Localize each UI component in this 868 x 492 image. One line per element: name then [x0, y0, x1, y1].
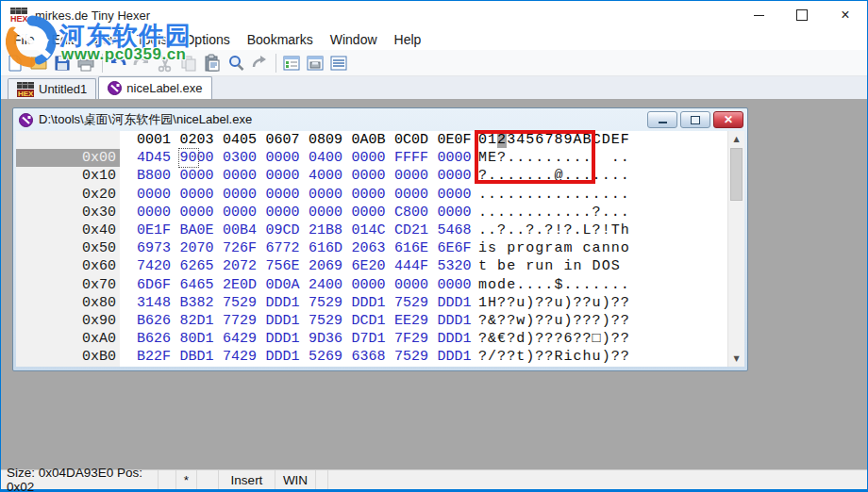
close-button[interactable]: ×	[824, 1, 867, 29]
row-ascii[interactable]: ?&??w)??u)???)??	[478, 312, 630, 330]
hex-cell[interactable]: 0000	[352, 149, 395, 167]
hex-cell[interactable]: 7529	[309, 312, 352, 330]
jump-to-offset-button[interactable]	[248, 52, 271, 74]
hex-cell[interactable]: DCD1	[352, 312, 395, 330]
hex-cell[interactable]: DDD1	[438, 348, 481, 366]
hex-cell[interactable]: 0000	[438, 204, 481, 221]
hex-cell[interactable]: 7529	[394, 294, 438, 312]
row-address[interactable]: 0x60	[16, 257, 120, 275]
editor-close-button[interactable]: ✕	[713, 111, 743, 128]
hex-cell[interactable]: 7420	[137, 257, 180, 275]
hex-cell[interactable]: 7F29	[394, 330, 438, 348]
redo-button[interactable]	[130, 52, 153, 74]
hex-cell[interactable]: CD21	[394, 221, 438, 239]
cut-button[interactable]	[154, 52, 176, 74]
row-ascii[interactable]: ?/??t)??Richu)??	[478, 348, 630, 366]
hex-cell[interactable]: 2070	[180, 239, 224, 257]
new-file-button[interactable]	[4, 52, 26, 74]
hex-cell[interactable]: DDD1	[438, 294, 481, 312]
caret-cell[interactable]: 90	[180, 150, 197, 166]
hex-cell[interactable]: 6973	[137, 239, 180, 257]
row-address[interactable]: 0xA0	[16, 330, 120, 348]
menu-edit[interactable]: Edit	[43, 29, 83, 50]
editor-restore-button[interactable]	[680, 111, 710, 128]
hex-cell[interactable]: 5269	[309, 348, 352, 366]
hex-cell[interactable]: 0000	[394, 276, 438, 294]
hex-cell[interactable]: 7529	[223, 294, 266, 312]
undo-button[interactable]	[107, 52, 129, 74]
hex-cell[interactable]: 0000	[266, 167, 309, 185]
row-ascii[interactable]: 1H??u)??u)??u)??	[478, 294, 630, 312]
row-address[interactable]: 0xB0	[16, 348, 120, 366]
hex-cell[interactable]: 0000	[438, 186, 481, 204]
hex-cell[interactable]: 0000	[309, 204, 352, 221]
editor-title-bar[interactable]: D:\tools\桌面\河东软件园\niceLabel.exe ✕	[13, 108, 747, 131]
menu-tools[interactable]: Tools	[128, 29, 176, 50]
hex-cell[interactable]: 6265	[180, 257, 224, 275]
row-address[interactable]: 0x30	[16, 204, 120, 221]
hex-cell[interactable]: 0300	[223, 149, 266, 167]
save-button[interactable]	[51, 52, 74, 74]
hex-cell[interactable]: 0000	[352, 204, 395, 221]
hex-cell[interactable]: 0E1F	[137, 221, 180, 239]
hex-cell[interactable]: 7429	[223, 348, 266, 366]
hex-cell[interactable]: 6465	[180, 276, 224, 294]
hex-cell[interactable]: 0000	[438, 276, 481, 294]
hex-cell[interactable]: DDD1	[266, 348, 309, 366]
hex-cell[interactable]: 444F	[394, 257, 438, 275]
paste-button[interactable]	[201, 52, 224, 74]
row-ascii[interactable]: ..?..?.?!?.L?!Th	[478, 221, 630, 239]
hex-cell[interactable]: 6D6F	[137, 276, 180, 294]
hex-cell[interactable]: 7529	[394, 348, 438, 366]
hex-cell[interactable]: 21B8	[309, 221, 352, 239]
hex-cell[interactable]: 7529	[309, 294, 352, 312]
hex-cell[interactable]: 0000	[266, 204, 309, 221]
hex-cell[interactable]: 0000	[352, 276, 395, 294]
hex-cell[interactable]: 6E20	[352, 257, 395, 275]
hex-cell[interactable]: 2063	[352, 239, 395, 257]
hex-cell[interactable]: 616E	[394, 239, 438, 257]
hex-cell[interactable]: EE29	[394, 312, 438, 330]
hex-cell[interactable]: C800	[394, 204, 438, 221]
hex-cell[interactable]: 80D1	[180, 330, 224, 348]
hex-cell[interactable]: 0000	[223, 167, 266, 185]
editor-minimize-button[interactable]	[647, 111, 677, 128]
view-structure-button[interactable]	[280, 52, 303, 74]
hex-cell[interactable]: 09CD	[266, 221, 309, 239]
hex-cell[interactable]: 4000	[309, 167, 352, 185]
hex-cell[interactable]: 4D45	[137, 149, 180, 167]
print-button[interactable]	[75, 52, 97, 74]
hex-cell[interactable]: 616D	[309, 239, 352, 257]
hex-cell[interactable]: 6E6F	[438, 239, 481, 257]
hex-cell[interactable]: 0000	[223, 186, 266, 204]
hex-cell[interactable]: DDD1	[266, 312, 309, 330]
row-address[interactable]: 0x90	[16, 312, 120, 330]
hex-cell[interactable]: 9D36	[309, 330, 352, 348]
hex-cell[interactable]: 014C	[352, 221, 395, 239]
hex-cell[interactable]: 82D1	[180, 312, 224, 330]
maximize-button[interactable]	[780, 1, 824, 29]
row-address[interactable]: 0x20	[16, 186, 120, 204]
hex-cell[interactable]: B626	[137, 312, 180, 330]
hex-cell[interactable]: 2400	[309, 276, 352, 294]
hex-cell[interactable]: 6772	[266, 239, 309, 257]
hex-cell[interactable]: 0000	[137, 186, 180, 204]
hex-cell[interactable]: DDD1	[266, 294, 309, 312]
vertical-scrollbar[interactable]: ▲ ▼	[727, 131, 744, 367]
hex-cell[interactable]: DDD1	[352, 294, 395, 312]
hex-cell[interactable]: D7D1	[352, 330, 395, 348]
row-address[interactable]: 0x10	[16, 167, 120, 185]
row-address[interactable]: 0x00	[16, 149, 120, 167]
hex-cell[interactable]: 0000	[137, 204, 180, 221]
hex-cell[interactable]: 0000	[180, 186, 224, 204]
hex-cell[interactable]: 2072	[223, 257, 266, 275]
search-button[interactable]	[225, 52, 247, 74]
menu-options[interactable]: Options	[175, 29, 238, 50]
hex-cell[interactable]: 756E	[266, 257, 309, 275]
hex-cell[interactable]: 5468	[438, 221, 481, 239]
minimize-button[interactable]	[737, 1, 780, 29]
row-address[interactable]: 0x70	[16, 276, 120, 294]
scrollbar-thumb[interactable]	[730, 148, 743, 201]
menu-view[interactable]: View	[83, 29, 128, 50]
hex-cell[interactable]: DBD1	[180, 348, 224, 366]
